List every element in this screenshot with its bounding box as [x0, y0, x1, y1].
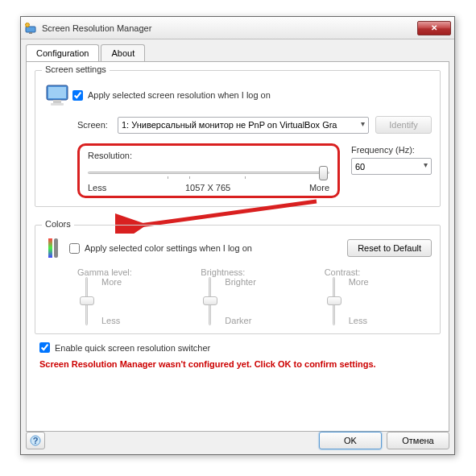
screen-settings-group: Screen settings Apply selected screen re… [35, 70, 441, 207]
app-window: Screen Resolution Manager ✕ Configuratio… [20, 16, 455, 455]
svg-rect-6 [51, 103, 64, 106]
colors-legend: Colors [42, 219, 74, 229]
gamma-label: Gamma level: [77, 267, 184, 277]
help-button[interactable]: ? [26, 432, 45, 449]
monitor-icon [43, 81, 72, 110]
apply-colors-label: Apply selected color settings when I log… [85, 243, 347, 253]
brightness-label: Brightness: [201, 267, 308, 277]
contrast-slider[interactable] [325, 277, 342, 325]
identify-button[interactable]: Identify [375, 116, 432, 134]
tab-configuration[interactable]: Configuration [26, 44, 99, 61]
gamma-thumb[interactable] [80, 296, 94, 305]
cancel-button[interactable]: Отмена [387, 432, 449, 449]
reset-default-button[interactable]: Reset to Default [347, 239, 432, 257]
resolution-value: 1057 X 765 [185, 183, 230, 192]
contrast-label: Contrast: [325, 267, 432, 277]
ok-button[interactable]: OK [319, 432, 382, 449]
tab-content: Screen settings Apply selected screen re… [26, 61, 449, 432]
frequency-label: Frequency (Hz): [351, 145, 432, 155]
resolution-slider[interactable] [88, 163, 329, 181]
screen-select[interactable]: 1: Универсальный монитор не PnP on Virtu… [118, 117, 369, 134]
svg-rect-5 [53, 100, 61, 103]
screen-settings-legend: Screen settings [42, 64, 110, 74]
apply-resolution-label: Apply selected screen resolution when I … [88, 90, 271, 100]
dialog-footer: ? OK Отмена [26, 432, 449, 449]
app-icon [24, 22, 37, 35]
close-button[interactable]: ✕ [417, 21, 451, 35]
gamma-slider[interactable] [77, 277, 95, 325]
resolution-label: Resolution: [88, 151, 329, 160]
resolution-more: More [309, 183, 329, 192]
tab-strip: Configuration About [26, 44, 449, 61]
colors-group: Colors Apply selected color settings whe… [35, 225, 441, 334]
apply-resolution-checkbox[interactable] [72, 90, 83, 101]
quick-switcher-checkbox[interactable] [39, 342, 50, 353]
colors-icon [43, 235, 69, 261]
brightness-slider[interactable] [201, 277, 218, 325]
svg-point-2 [26, 23, 30, 27]
svg-text:?: ? [33, 436, 39, 445]
contrast-thumb[interactable] [327, 296, 341, 305]
quick-switcher-label: Enable quick screen resolution switcher [55, 343, 210, 353]
svg-rect-1 [29, 32, 32, 34]
titlebar: Screen Resolution Manager ✕ [21, 17, 454, 39]
frequency-select[interactable]: 60 [351, 158, 432, 175]
svg-rect-4 [48, 87, 66, 98]
screen-select-value: 1: Универсальный монитор не PnP on Virtu… [122, 120, 337, 130]
screen-label: Screen: [77, 120, 118, 130]
apply-colors-checkbox[interactable] [69, 243, 80, 254]
resolution-less: Less [88, 183, 106, 192]
resolution-highlight: Resolution: Less 1057 X 765 More [77, 143, 340, 198]
tab-about[interactable]: About [101, 44, 145, 61]
svg-rect-8 [48, 238, 52, 258]
brightness-thumb[interactable] [203, 296, 217, 305]
window-title: Screen Resolution Manager [42, 23, 417, 33]
warning-text: Screen Resolution Manager wasn't configu… [39, 359, 436, 369]
resolution-slider-thumb[interactable] [319, 166, 328, 180]
svg-rect-0 [26, 27, 35, 32]
svg-rect-9 [54, 238, 58, 258]
frequency-value: 60 [355, 162, 365, 172]
